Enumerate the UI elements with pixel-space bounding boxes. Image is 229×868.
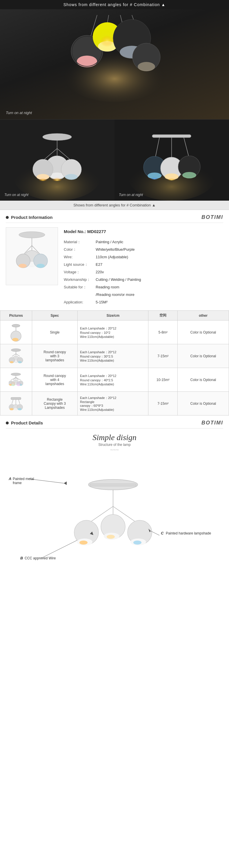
svg-line-85 xyxy=(12,400,13,404)
banner-text-bottom: Shows from different angles for # Combin… xyxy=(73,203,152,207)
detail-wire: Wire: 110cm (Adjustable) xyxy=(64,253,223,261)
detail-value-suitable2: /Reading room/or more xyxy=(96,291,135,299)
svg-point-83 xyxy=(17,384,20,386)
info-image-box xyxy=(6,227,58,285)
detail-value-application: 5-15M² xyxy=(96,299,108,306)
svg-point-107 xyxy=(107,535,115,539)
th-other: other xyxy=(177,311,229,320)
table-cell-other-1: Color is Optional xyxy=(177,320,229,344)
section-title-info: Product Information xyxy=(6,215,53,220)
detail-value-workmanship: Cutting / Welding / Painting xyxy=(96,276,141,283)
detail-voltage: Voltage： 220v xyxy=(64,269,223,276)
structure-subtitle: Structure of the lamp xyxy=(6,443,223,447)
table-cell-picture-2 xyxy=(0,344,32,368)
svg-point-54 xyxy=(12,324,20,327)
section-title-details: Product Details xyxy=(6,421,43,425)
table-cell-other-3: Color is Optional xyxy=(177,368,229,392)
svg-text:C: C xyxy=(161,531,164,535)
product-info-section: Product Information BOTIMI xyxy=(0,210,229,310)
specs-table: Pictures Spec Size/cm 空间 other xyxy=(0,310,229,415)
th-pictures: Pictures xyxy=(0,311,32,320)
lamp-img-quad xyxy=(9,370,23,389)
detail-workmanship: Workmanship： Cutting / Welding / Paintin… xyxy=(64,276,223,283)
table-cell-size-1: Each Lampshade：20*12 Round canopy：10*2 W… xyxy=(78,320,148,344)
detail-material: Material： Painting / Acrylic xyxy=(64,238,223,246)
header-banner-top: Shows from different angles for # Combin… xyxy=(0,0,229,9)
svg-point-81 xyxy=(11,384,14,386)
divider-banner-bottom: Shows from different angles for # Combin… xyxy=(0,200,229,210)
svg-point-67 xyxy=(18,361,22,363)
svg-text:Painted metal: Painted metal xyxy=(13,477,34,481)
detail-label-voltage: Voltage： xyxy=(64,269,96,276)
svg-point-42 xyxy=(165,175,178,180)
detail-label-workmanship: Workmanship： xyxy=(64,276,96,283)
table-cell-picture-1 xyxy=(0,320,32,344)
svg-text:Painted hardware lampshade: Painted hardware lampshade xyxy=(166,531,211,535)
svg-point-14 xyxy=(138,62,155,71)
table-cell-space-2: 7-15m² xyxy=(148,344,177,368)
detail-label-suitable2 xyxy=(64,291,96,299)
svg-text:frame: frame xyxy=(13,481,22,485)
detail-value-light: E27 xyxy=(96,261,102,269)
section-title-row-info: Product Information BOTIMI xyxy=(6,214,223,223)
table-cell-other-4: Color is Optional xyxy=(177,392,229,415)
lamp-img-single xyxy=(9,323,23,342)
svg-point-27 xyxy=(65,174,78,180)
svg-point-93 xyxy=(18,408,22,410)
table-row: Rectangle Canopy with 3 Lampshades Each … xyxy=(0,392,229,415)
svg-point-89 xyxy=(9,408,13,410)
bottom-images-row: Turn on at night xyxy=(0,119,229,200)
detail-light: Light source： E27 xyxy=(64,261,223,269)
product-details-section: Product Details BOTIMI Simple disign Str… xyxy=(0,415,229,605)
table-cell-picture-3 xyxy=(0,368,32,392)
lamp-img-rect3 xyxy=(9,394,23,413)
svg-point-57 xyxy=(12,338,19,341)
svg-point-15 xyxy=(100,35,115,47)
section-title-row-details: Product Details BOTIMI xyxy=(6,420,223,429)
svg-point-58 xyxy=(11,349,21,351)
specs-table-section: Pictures Spec Size/cm 空间 other xyxy=(0,310,229,415)
svg-point-44 xyxy=(19,231,45,238)
detail-value-voltage: 220v xyxy=(96,269,104,276)
table-row: Round canopy with 4 lampshades Each Lamp… xyxy=(0,368,229,392)
svg-point-6 xyxy=(77,56,97,67)
banner-text-top: Shows from different angles for # Combin… xyxy=(63,2,160,7)
table-cell-spec-2: Round canopy with 3 lampshades xyxy=(32,344,77,368)
banner-icon-top: ▲ xyxy=(161,2,166,7)
svg-text:B: B xyxy=(20,556,23,560)
main-image-section: Turn on at night xyxy=(0,9,229,200)
dot-icon-details xyxy=(6,422,9,425)
detail-value-material: Painting / Acrylic xyxy=(96,238,123,246)
night-label-bottom-left: Turn on at night xyxy=(4,193,28,197)
night-label-top: Turn on at night xyxy=(6,111,32,115)
svg-point-29 xyxy=(37,175,49,181)
detail-label-material: Material： xyxy=(64,238,96,246)
detail-value-color: White/yello/Blue/Purple xyxy=(96,246,135,253)
th-size: Size/cm xyxy=(78,311,148,320)
night-label-bottom-right: Turn on at night xyxy=(119,193,143,197)
detail-label-wire: Wire: xyxy=(64,253,96,261)
main-image-top: Turn on at night xyxy=(0,9,229,119)
ornament: ⁓⁓⁓ xyxy=(6,448,223,452)
lamp-diagram: A Painted metal frame B CCC approved Wir… xyxy=(6,456,223,600)
svg-rect-84 xyxy=(11,397,21,400)
detail-application: Application: 5-15M² xyxy=(64,299,223,306)
detail-suitable: Suitable for： Reading room xyxy=(64,283,223,291)
svg-point-28 xyxy=(51,174,63,181)
table-cell-spec-1: Single xyxy=(32,320,77,344)
svg-rect-97 xyxy=(90,484,136,486)
detail-label-suitable: Suitable for： xyxy=(64,283,96,291)
info-content: Model No.: MD02277 Material： Painting / … xyxy=(6,227,223,306)
svg-point-110 xyxy=(133,540,141,545)
model-number: Model No.: MD02277 xyxy=(64,227,223,236)
th-space: 空间 xyxy=(148,311,177,320)
table-cell-size-3: Each Lampshade：20*12 Round canopy：40*2.5… xyxy=(78,368,148,392)
svg-point-65 xyxy=(10,361,13,363)
table-cell-picture-4 xyxy=(0,392,32,415)
svg-point-91 xyxy=(13,408,18,410)
svg-point-53 xyxy=(36,264,45,268)
detail-label-light: Light source： xyxy=(64,261,96,269)
svg-point-18 xyxy=(42,133,71,141)
simple-design-title: Simple disign xyxy=(6,433,223,442)
table-row: Round canopy with 3 lampshades Each Lamp… xyxy=(0,344,229,368)
